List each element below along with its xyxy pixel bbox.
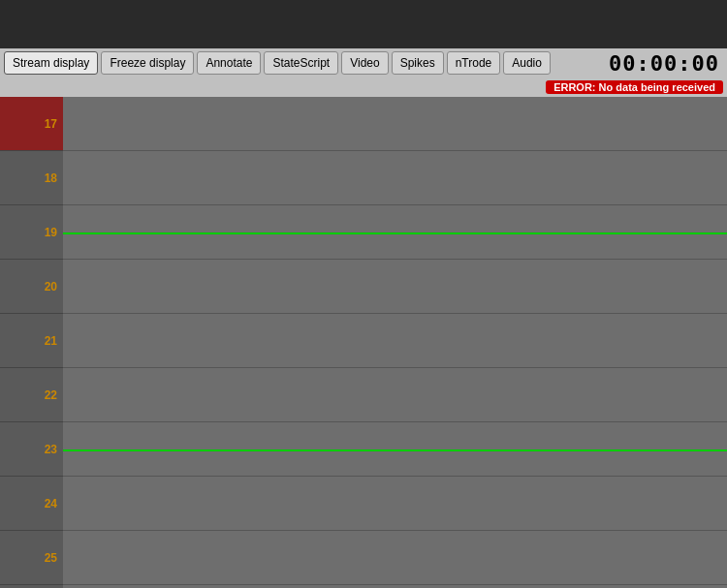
chart-row-18: [63, 151, 727, 205]
chart-row-20: [63, 260, 727, 314]
chart-row-23: [63, 422, 727, 477]
chart-row-17: [63, 97, 727, 151]
chart-row-21: [63, 314, 727, 368]
error-badge: ERROR: No data being received: [546, 80, 723, 94]
chart-row-22: [63, 368, 727, 422]
toolbar: Stream displayFreeze displayAnnotateStat…: [0, 48, 727, 77]
channel-label-20: 20: [0, 260, 63, 314]
channel-label-23: 23: [0, 422, 63, 477]
channel-label-22: 22: [0, 368, 63, 422]
stream-display-button[interactable]: Stream display: [4, 51, 98, 75]
annotate-button[interactable]: Annotate: [197, 51, 261, 75]
chart-row-25: [63, 531, 727, 585]
channel-label-17: 17: [0, 97, 63, 151]
channel-label-25: 25: [0, 531, 63, 585]
main-area: 171819202122232425: [0, 97, 727, 588]
statescript-button[interactable]: StateScript: [264, 51, 338, 75]
top-bar: [0, 0, 727, 48]
chart-row-24: [63, 477, 727, 531]
freeze-display-button[interactable]: Freeze display: [101, 51, 194, 75]
channel-column: 171819202122232425: [0, 97, 63, 588]
channel-label-24: 24: [0, 477, 63, 531]
spikes-button[interactable]: Spikes: [392, 51, 444, 75]
chart-row-19: [63, 205, 727, 260]
channel-label-21: 21: [0, 314, 63, 368]
error-bar: ERROR: No data being received: [0, 77, 727, 97]
channel-label-18: 18: [0, 151, 63, 205]
timer-display: 00:00:00: [609, 51, 723, 76]
video-button[interactable]: Video: [341, 51, 388, 75]
audio-button[interactable]: Audio: [503, 51, 551, 75]
channel-label-19: 19: [0, 205, 63, 260]
ntrode-button[interactable]: nTrode: [447, 51, 501, 75]
chart-area: [63, 97, 727, 588]
